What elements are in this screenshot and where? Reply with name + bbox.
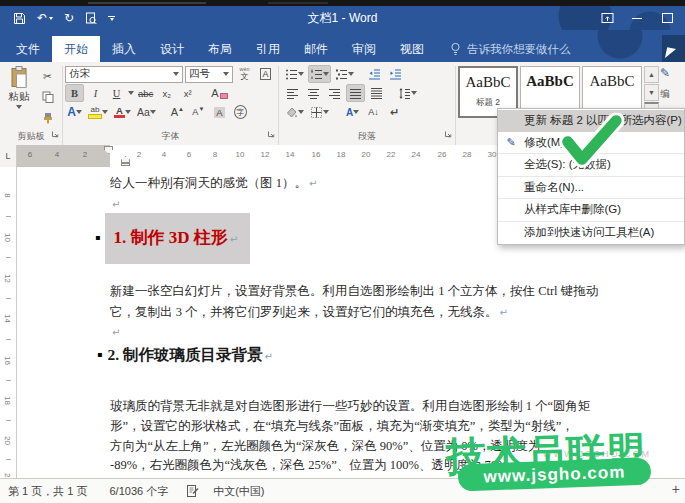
paragraph-group-label: 段落 xyxy=(279,130,455,143)
bold-button[interactable]: B xyxy=(65,84,84,102)
paragraph-mark: ↵ xyxy=(309,178,317,189)
menu-item-rename[interactable]: 重命名(N)... xyxy=(498,176,684,199)
italic-button[interactable]: I xyxy=(86,84,105,102)
minimize-icon[interactable] xyxy=(627,6,647,30)
heading2-text: 2. 制作玻璃质目录背景 xyxy=(107,346,262,363)
tab-view[interactable]: 视图 xyxy=(388,36,436,62)
tab-home[interactable]: 开始 xyxy=(52,36,100,62)
paragraph-dialog-launcher[interactable] xyxy=(444,124,452,142)
paste-icon xyxy=(10,66,28,89)
font-color-icon[interactable]: A xyxy=(112,103,133,121)
paste-label: 粘贴 xyxy=(9,90,30,104)
show-marks-icon[interactable]: ↵ xyxy=(385,103,404,121)
proofing-status-icon[interactable] xyxy=(186,484,199,498)
styles-scroll-down-icon[interactable]: ▼ xyxy=(644,84,659,101)
distribute-icon[interactable] xyxy=(367,84,386,102)
tab-mailings[interactable]: 邮件 xyxy=(292,36,340,62)
cut-icon[interactable]: ✂ xyxy=(38,67,57,85)
shrink-font-icon[interactable]: A▼ xyxy=(189,103,208,121)
strikethrough-button[interactable]: abc xyxy=(136,84,155,102)
font-size-value: 四号 xyxy=(189,67,210,81)
ribbon-display-options-icon[interactable] xyxy=(597,6,617,30)
font-dialog-launcher[interactable] xyxy=(267,124,275,142)
vertical-ruler[interactable]: 8 10 12 14 16 18 20 22 xyxy=(0,167,17,478)
superscript-button[interactable]: x² xyxy=(178,84,197,102)
language-indicator[interactable]: 中文(中国) xyxy=(213,484,264,499)
editing-group-label-partial: 编 xyxy=(660,88,670,101)
grow-font-icon[interactable]: A▲ xyxy=(168,103,187,121)
font-group: 仿宋 四号 wén文 A B I U abc x₂ x² xyxy=(63,62,278,145)
empty-line: ↵ xyxy=(110,197,120,212)
character-border-icon[interactable]: A xyxy=(256,65,275,83)
justify-icon[interactable] xyxy=(346,84,365,102)
ribbon-tab-bar: 文件 开始 插入 设计 布局 引用 邮件 审阅 视图 告诉我你想要做什么 xyxy=(0,30,685,62)
body-line: 新建一张空白幻灯片，设置好背景色。利用自选图形绘制出 1 个立方体，按住 Ctr… xyxy=(110,283,598,300)
cut-off-element xyxy=(662,35,685,62)
menu-item-remove-from-gallery[interactable]: 从样式库中删除(G) xyxy=(498,198,684,221)
outline-bullet-icon: ▪ xyxy=(97,350,102,359)
subscript-button[interactable]: x₂ xyxy=(157,84,176,102)
title-bar: ↶ ↻ 文档1 - Word xyxy=(0,6,685,30)
sort-icon[interactable]: A↓ xyxy=(364,103,383,121)
zoom-in-button[interactable]: + xyxy=(672,481,680,497)
word-count[interactable]: 6/1036 个字 xyxy=(109,484,168,499)
body-line: 给人一种别有洞天的感觉（图 1）。↵ xyxy=(110,175,317,192)
strip-artifact xyxy=(268,2,328,4)
multilevel-list-icon[interactable] xyxy=(333,65,356,83)
page-indicator[interactable]: 第 1 页，共 1 页 xyxy=(8,484,87,499)
maximize-icon[interactable] xyxy=(657,6,677,30)
align-center-icon[interactable] xyxy=(304,84,323,102)
clear-formatting-icon[interactable]: A xyxy=(209,84,229,102)
font-group-label: 字体 xyxy=(63,130,278,143)
phonetic-guide-icon[interactable]: wén文 xyxy=(235,65,254,83)
tab-layout[interactable]: 布局 xyxy=(196,36,244,62)
numbering-icon[interactable] xyxy=(308,65,331,83)
bullets-icon[interactable] xyxy=(283,65,306,83)
menu-item-add-to-qat[interactable]: 添加到快速访问工具栏(A) xyxy=(498,221,684,244)
font-name-value: 仿宋 xyxy=(69,67,90,81)
font-size-select[interactable]: 四号 xyxy=(185,66,233,83)
lightbulb-icon xyxy=(450,42,461,56)
underline-button[interactable]: U xyxy=(107,84,126,102)
asian-layout-icon[interactable]: A xyxy=(343,103,362,121)
clipboard-group: 粘贴 ✂ 剪贴板 xyxy=(0,62,62,145)
text-effects-icon[interactable]: A xyxy=(65,103,84,121)
tab-design[interactable]: 设计 xyxy=(148,36,196,62)
decrease-indent-icon[interactable] xyxy=(365,65,384,83)
heading2-row: ▪2. 制作玻璃质目录背景↵ xyxy=(97,345,273,366)
modify-style-icon[interactable]: ✎ xyxy=(660,66,670,80)
word-window: ↶ ↻ 文档1 - Word 文件 开始 插入 设计 布局 引用 邮 xyxy=(0,0,685,503)
clipboard-dialog-launcher[interactable] xyxy=(51,124,59,142)
borders-icon[interactable] xyxy=(308,103,331,121)
paragraph-mark: ↵ xyxy=(500,307,508,318)
paragraph-mark: ↵ xyxy=(112,327,120,338)
shading-icon[interactable] xyxy=(283,103,306,121)
styles-scroll-up-icon[interactable]: ▲ xyxy=(644,66,659,83)
tell-me-box[interactable]: 告诉我你想要做什么 xyxy=(450,36,571,62)
tab-selector[interactable]: L xyxy=(0,145,17,167)
tab-review[interactable]: 审阅 xyxy=(340,36,388,62)
tab-file[interactable]: 文件 xyxy=(4,36,52,62)
line-spacing-icon[interactable] xyxy=(396,84,419,102)
paste-button[interactable]: 粘贴 xyxy=(3,66,35,124)
change-case-icon[interactable]: Aa xyxy=(135,103,158,121)
hanging-indent-marker[interactable] xyxy=(121,156,130,163)
annotation-checkmark-icon xyxy=(555,107,625,173)
editing-group-partial: ✎ 编 xyxy=(660,66,670,101)
character-shading-icon[interactable]: A xyxy=(210,103,229,121)
align-right-icon[interactable] xyxy=(325,84,344,102)
copy-icon[interactable] xyxy=(38,88,57,106)
tab-insert[interactable]: 插入 xyxy=(100,36,148,62)
outline-bullet-icon: ▪ xyxy=(95,233,100,242)
underline-caret[interactable] xyxy=(128,91,134,95)
strip-artifact xyxy=(88,2,206,4)
increase-indent-icon[interactable] xyxy=(386,65,405,83)
align-left-icon[interactable] xyxy=(283,84,302,102)
highlight-color-icon[interactable]: ab xyxy=(86,103,110,121)
modify-icon: ✎ xyxy=(498,136,524,149)
tab-references[interactable]: 引用 xyxy=(244,36,292,62)
left-indent-marker[interactable] xyxy=(121,163,130,166)
enclose-characters-icon[interactable]: 字 xyxy=(231,103,250,121)
font-name-select[interactable]: 仿宋 xyxy=(65,66,183,83)
heading1-text: 1. 制作 3D 柱形 xyxy=(113,228,227,247)
